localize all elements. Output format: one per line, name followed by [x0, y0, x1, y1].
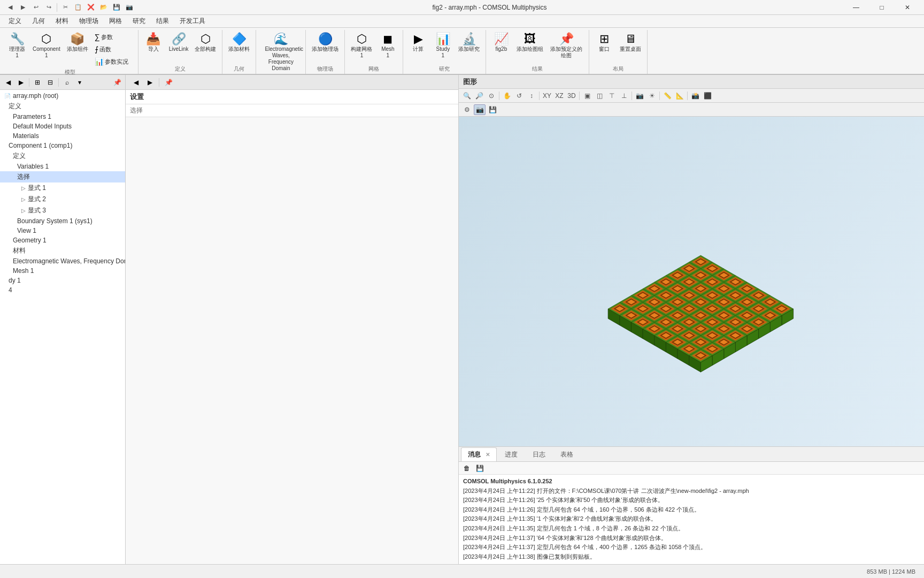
tree-item-explicit3[interactable]: ▷ 显式 3 [0, 205, 125, 216]
quick-access-toolbar[interactable]: ◀ ▶ ↩ ↪ ✂ 📋 ❌ 📂 💾 📷 [4, 2, 135, 13]
mesh1-btn[interactable]: ◼ Mesh1 [376, 31, 399, 61]
tree-item-define1[interactable]: 定义 [0, 101, 125, 112]
tree-item-variables1[interactable]: Variables 1 [0, 162, 125, 171]
save-btn[interactable]: 💾 [111, 2, 122, 13]
light-btn[interactable]: ☀ [646, 90, 658, 101]
minimize-btn[interactable]: — [844, 0, 868, 15]
add-predefined-btn[interactable]: 📌 添加预定义的绘图 [547, 31, 586, 61]
black-bg-btn[interactable]: ⬛ [702, 90, 713, 101]
functions-btn[interactable]: ⨍ 函数 [92, 43, 135, 55]
save-gfx-btn[interactable]: 💾 [487, 104, 498, 115]
study1-btn[interactable]: 📊 Study1 [431, 31, 455, 61]
build-mesh-btn[interactable]: ⬡ 构建网格1 [348, 31, 375, 61]
close-btn[interactable]: ✕ [895, 0, 920, 15]
tree-item-view1[interactable]: View 1 [0, 226, 125, 235]
view-top-btn[interactable]: ⊤ [606, 90, 618, 101]
export-img-btn[interactable]: 📸 [689, 90, 701, 101]
view-back-btn[interactable]: ◫ [594, 90, 605, 101]
menu-physics[interactable]: 物理场 [75, 16, 103, 27]
camera-btn[interactable]: 📷 [634, 90, 645, 101]
log-save-btn[interactable]: 💾 [474, 462, 486, 474]
tree-item-results1[interactable]: 4 [0, 285, 125, 295]
center-pin-btn[interactable]: 📌 [163, 77, 174, 88]
add-study-btn[interactable]: 🔬 添加研究 [456, 31, 482, 55]
undo-btn[interactable]: ↩ [30, 2, 42, 13]
tree-item-selection[interactable]: 选择 [0, 171, 125, 182]
rotate-btn[interactable]: ↺ [513, 90, 525, 101]
view-front-btn[interactable]: ▣ [581, 90, 593, 101]
sidebar-tool-1[interactable]: ◀ [2, 77, 14, 88]
zoom-fit-btn[interactable]: ⊙ [486, 90, 497, 101]
measure-btn[interactable]: 📏 [661, 90, 673, 101]
tab-log[interactable]: 日志 [526, 447, 552, 461]
tree-item-materials[interactable]: Materials [0, 131, 125, 141]
add-plot-group-btn[interactable]: 🖼 添加绘图组 [514, 31, 546, 55]
tree-item-root[interactable]: 📄 array.mph (root) [0, 91, 125, 101]
sidebar-tool-2[interactable]: ▶ [15, 77, 27, 88]
zoom-out-btn[interactable]: 🔎 [473, 90, 485, 101]
menu-materials[interactable]: 材料 [51, 16, 73, 27]
redo-btn[interactable]: ↪ [43, 2, 55, 13]
pan-btn[interactable]: ✋ [501, 90, 513, 101]
tree-item-explicit2[interactable]: ▷ 显式 2 [0, 194, 125, 205]
nav-back-btn[interactable]: ◀ [4, 2, 16, 13]
tree-item-geometry1[interactable]: Geometry 1 [0, 235, 125, 245]
menu-results[interactable]: 结果 [152, 16, 173, 27]
tree-item-comp1[interactable]: Component 1 (comp1) [0, 141, 125, 150]
sidebar-search-btn[interactable]: ⌕ [61, 77, 73, 88]
reset-desktop-btn[interactable]: 🖥 重置桌面 [617, 31, 644, 55]
livelink-btn[interactable]: 🔗 LiveLink [166, 31, 191, 55]
tab-messages[interactable]: 消息 ✕ [461, 447, 497, 461]
add-material-btn[interactable]: 🔷 添加材料 [226, 31, 252, 55]
view-3d-btn[interactable]: 3D [566, 90, 578, 101]
params-live-btn[interactable]: 📊 参数实况 [92, 56, 135, 67]
em-waves-btn[interactable]: 🌊 Electromagnetic Waves,Frequency Domain [259, 31, 302, 74]
delete-btn[interactable]: ❌ [85, 2, 97, 13]
tree-item-em-waves[interactable]: Electromagnetic Waves, Frequency Domain … [0, 256, 125, 266]
tab-table[interactable]: 表格 [553, 447, 580, 461]
import-btn[interactable]: 📥 导入 [142, 31, 165, 55]
compute-btn[interactable]: ▶ 计算 [406, 31, 430, 55]
menu-study[interactable]: 研究 [128, 16, 150, 27]
tab-progress[interactable]: 进度 [498, 447, 525, 461]
window-btn[interactable]: ⊞ 窗口 [592, 31, 616, 55]
close-messages-tab[interactable]: ✕ [486, 452, 490, 458]
cut-btn[interactable]: ✂ [59, 2, 71, 13]
ruler-btn[interactable]: 📐 [674, 90, 686, 101]
open-btn[interactable]: 📂 [98, 2, 110, 13]
window-controls[interactable]: — □ ✕ [844, 0, 920, 15]
tree-item-boundary-sys[interactable]: Boundary System 1 (sys1) [0, 216, 125, 226]
sidebar-expand-btn[interactable]: ⊞ [32, 77, 43, 88]
menu-define[interactable]: 定义 [4, 16, 26, 27]
tree-item-default-inputs[interactable]: Default Model Inputs [0, 121, 125, 131]
view-bottom-btn[interactable]: ⊥ [618, 90, 630, 101]
view-xz-btn[interactable]: XZ [553, 90, 565, 101]
center-tool-1[interactable]: ◀ [130, 77, 142, 88]
params-btn[interactable]: ∑ 参数 [92, 31, 135, 43]
view-xy-btn[interactable]: XY [541, 90, 553, 101]
menu-mesh[interactable]: 网格 [105, 16, 126, 27]
fig2b-btn[interactable]: 📈 fig2b [489, 31, 513, 55]
center-tool-2[interactable]: ▶ [144, 77, 156, 88]
maximize-btn[interactable]: □ [869, 0, 894, 15]
settings-gfx-btn[interactable]: ⚙ [461, 104, 473, 115]
log-clear-btn[interactable]: 🗑 [461, 462, 473, 474]
copy-gfx-btn[interactable]: 📷 [474, 104, 486, 115]
add-component-btn[interactable]: 📦 添加组件 [64, 31, 91, 55]
sidebar-collapse-btn[interactable]: ⊟ [44, 77, 56, 88]
component-btn[interactable]: ⬡ Component1 [30, 31, 63, 61]
add-physics-btn[interactable]: 🔵 添加物理场 [309, 31, 341, 55]
sidebar-pin-btn[interactable]: 📌 [111, 77, 123, 88]
zoom-in-btn[interactable]: 🔍 [461, 90, 473, 101]
menu-developer[interactable]: 开发工具 [175, 16, 210, 27]
screenshot-btn[interactable]: 📷 [124, 2, 135, 13]
build-all-btn[interactable]: ⬡ 全部构建 [192, 31, 219, 55]
tree-item-mesh1[interactable]: Mesh 1 [0, 266, 125, 276]
tree-item-define2[interactable]: 定义 [0, 150, 125, 162]
graphics-view[interactable] [459, 117, 924, 446]
copy-btn[interactable]: 📋 [72, 2, 84, 13]
model-builder-btn[interactable]: 🔧 理理器1 [5, 31, 29, 61]
select-btn[interactable]: ↕ [526, 90, 537, 101]
nav-forward-btn[interactable]: ▶ [17, 2, 29, 13]
sidebar-settings-btn[interactable]: ▾ [74, 77, 86, 88]
